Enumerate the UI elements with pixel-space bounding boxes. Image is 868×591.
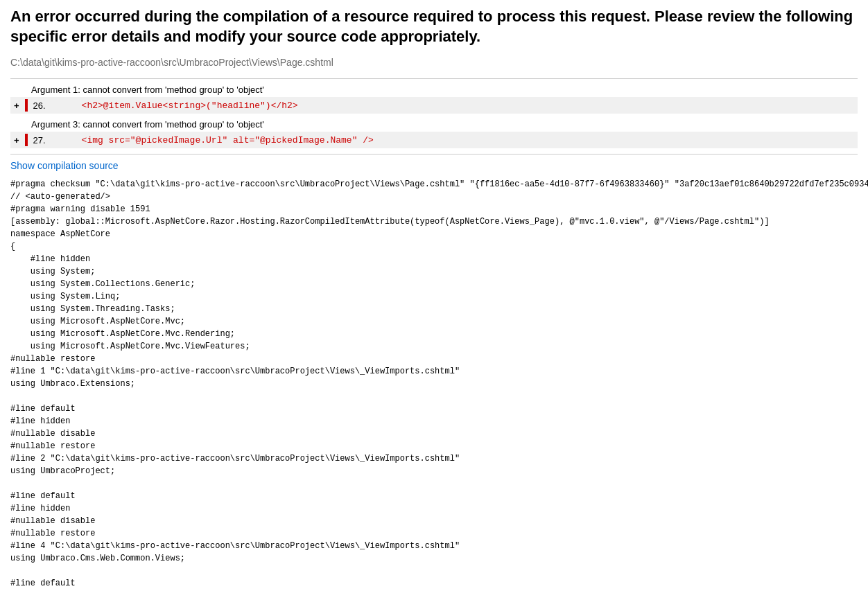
code-snippet-2: <img src="@pickedImage.Url" alt="@picked… [82,135,374,145]
code-line-row-1: + 26. <h2>@item.Value<string>("headline"… [10,97,858,114]
error-heading: An error occurred during the compilation… [10,7,858,46]
error-message-1: Argument 1: cannot convert from 'method … [31,85,858,95]
error-page: An error occurred during the compilation… [10,7,858,591]
code-snippet-1: <h2>@item.Value<string>("headline")</h2> [82,100,298,111]
error-indicator-2 [25,134,28,146]
line-number-2: 27. [33,135,54,145]
divider-top [10,78,858,79]
expand-button-2[interactable]: + [14,135,19,145]
code-line-row-2: + 27. <img src="@pickedImage.Url" alt="@… [10,132,858,148]
line-number-1: 26. [33,100,54,111]
error-block-2: Argument 3: cannot convert from 'method … [10,119,858,148]
show-compilation-link[interactable]: Show compilation source [10,160,119,171]
expand-button-1[interactable]: + [14,100,19,111]
divider-middle [10,154,858,155]
error-message-2: Argument 3: cannot convert from 'method … [31,119,858,130]
source-code-block: #pragma checksum "C:\data\git\kims-pro-a… [10,178,858,591]
error-block-1: Argument 1: cannot convert from 'method … [10,85,858,114]
error-indicator-1 [25,99,28,112]
file-path: C:\data\git\kims-pro-active-raccoon\src\… [10,57,858,68]
